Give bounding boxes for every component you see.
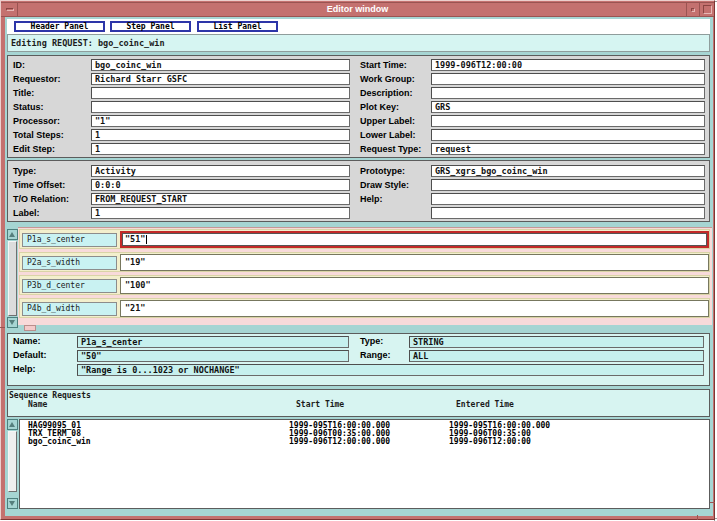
column-header-start-time: Start Time	[296, 401, 344, 409]
param-type-field[interactable]: STRING	[409, 336, 704, 348]
sequence-name: bgo_coinc_win	[28, 438, 91, 446]
scrollbar-thumb[interactable]	[8, 241, 17, 316]
field-label: Start Time:	[360, 59, 407, 71]
sequence-list-viewport: HAG99095_01 1999-095T16:00:00.000 1999-0…	[19, 419, 710, 509]
param-name-chip[interactable]: P3b_d_center	[22, 279, 117, 293]
lower-label-field[interactable]	[431, 129, 705, 141]
step-panel: Type:Activity Time Offset:0:0:0 T/O Rela…	[7, 160, 710, 222]
form-row: Type:STRING	[8, 336, 709, 348]
arrow-down-icon	[9, 501, 15, 506]
field-label: Help:	[13, 364, 36, 374]
form-row: Help:	[8, 193, 709, 205]
arrow-up-icon	[9, 422, 15, 427]
param-row: P3b_d_center "100"	[19, 275, 710, 295]
header-panel-button[interactable]: Header Panel	[14, 21, 105, 32]
param-value-field[interactable]: "100"	[120, 277, 709, 294]
field-label: Type:	[360, 336, 383, 346]
form-row: Draw Style:	[8, 179, 709, 191]
param-name-chip[interactable]: P4b_d_width	[22, 302, 117, 316]
sequence-row[interactable]: bgo_coinc_win 1999-096T12:00:00.000 1999…	[20, 438, 709, 446]
param-name-chip[interactable]: P2a_s_width	[22, 256, 117, 270]
scroll-up-arrow[interactable]	[7, 419, 18, 430]
draw-style-field[interactable]	[431, 179, 705, 191]
sequence-requests-list: HAG99095_01 1999-095T16:00:00.000 1999-0…	[6, 419, 712, 510]
sequence-entered-time: 1999-096T12:00:00	[449, 438, 531, 446]
window-title: Editor window	[1, 4, 714, 14]
sequence-start-time: 1999-096T12:00:00.000	[289, 438, 390, 446]
plot-key-field[interactable]: GRS	[431, 101, 705, 113]
arrow-up-icon	[9, 232, 15, 237]
column-header-entered-time: Entered Time	[456, 401, 514, 409]
editor-window: Editor window Header Panel Step Panel Li…	[0, 0, 715, 520]
field-label: Help:	[360, 193, 383, 205]
list-panel-button[interactable]: List Panel	[197, 21, 278, 32]
minimize-icon	[691, 8, 695, 12]
field-label: Lower Label:	[360, 129, 416, 141]
start-time-field[interactable]: 1999-096T12:00:00	[431, 59, 705, 71]
form-row	[8, 207, 709, 219]
field-label: Upper Label:	[360, 115, 415, 127]
field-label: Description:	[360, 87, 413, 99]
frame-notch-left	[0, 327, 5, 328]
param-help-field[interactable]: "Range is 0...1023 or NOCHANGE"	[77, 364, 704, 376]
minimize-button[interactable]	[686, 3, 699, 16]
maximize-icon	[703, 5, 712, 14]
parameter-info-panel: Name:P1a_s_center Default:"50" Type:STRI…	[7, 333, 710, 386]
scroll-up-arrow[interactable]	[7, 229, 18, 240]
scrollbar-thumb[interactable]	[8, 431, 17, 492]
form-row: Prototype:GRS_xgrs_bgo_coinc_win	[8, 165, 709, 177]
field-label: Prototype:	[360, 165, 405, 177]
description-field[interactable]	[431, 87, 705, 99]
param-value-field[interactable]: "21"	[120, 300, 709, 317]
form-row: Range:ALL	[8, 350, 709, 362]
text-cursor	[146, 235, 147, 244]
param-row: P2a_s_width "19"	[19, 252, 710, 272]
client-area: Header Panel Step Panel List Panel Editi…	[5, 17, 713, 516]
param-value-field[interactable]: "19"	[120, 254, 709, 271]
request-type-field[interactable]: request	[431, 143, 705, 155]
upper-label-field[interactable]	[431, 115, 705, 127]
work-group-field[interactable]	[431, 73, 705, 85]
frame-notch-bottom	[697, 515, 698, 520]
help-field[interactable]	[431, 193, 705, 205]
param-range-field[interactable]: ALL	[409, 350, 704, 362]
sequence-requests-title: Sequence Requests	[9, 392, 91, 400]
param-name-chip[interactable]: P1a_s_center	[22, 233, 117, 247]
field-label: Draw Style:	[360, 179, 409, 191]
field-label: Request Type:	[360, 143, 421, 155]
form-row: Upper Label:	[8, 115, 709, 127]
param-row: P1a_s_center "51"	[19, 229, 710, 249]
column-header-name: Name	[28, 401, 47, 409]
sequence-list-scrollbar[interactable]	[7, 419, 18, 510]
form-row: Lower Label:	[8, 129, 709, 141]
field-label: Plot Key:	[360, 101, 399, 113]
request-header-panel: ID:bgo_coinc_win Requestor:Richard Starr…	[7, 55, 710, 158]
parameters-scrollbar[interactable]	[7, 229, 18, 330]
form-row: Request Type:request	[8, 143, 709, 155]
field-label: Range:	[360, 350, 391, 360]
form-row: Start Time:1999-096T12:00:00	[8, 59, 709, 71]
horizontal-scrollbar-thumb[interactable]	[24, 325, 36, 331]
param-value-text: "51"	[125, 234, 145, 244]
editing-status-bar: Editing REQUEST: bgo_coinc_win	[7, 34, 710, 52]
scroll-down-arrow[interactable]	[7, 498, 18, 509]
parameters-section: P1a_s_center "51" P2a_s_width "19" P3b_d…	[6, 227, 712, 332]
param-value-field[interactable]: "51"	[120, 231, 709, 248]
frame-notch-right	[710, 502, 715, 503]
maximize-button[interactable]	[699, 3, 715, 16]
extra-field[interactable]	[431, 207, 705, 219]
sequence-requests-header: Sequence Requests Name Start Time Entere…	[7, 389, 710, 417]
panel-toolbar: Header Panel Step Panel List Panel	[7, 19, 710, 34]
param-row: P4b_d_width "21"	[19, 298, 710, 318]
prototype-field[interactable]: GRS_xgrs_bgo_coinc_win	[431, 165, 705, 177]
scroll-down-arrow[interactable]	[7, 317, 18, 328]
title-bar[interactable]: Editor window	[1, 2, 714, 17]
step-panel-button[interactable]: Step Panel	[110, 21, 191, 32]
form-row: Work Group:	[8, 73, 709, 85]
desktop-background: { "window": { "title": "Editor window" }…	[0, 0, 717, 521]
form-row: Plot Key:GRS	[8, 101, 709, 113]
field-label: Work Group:	[360, 73, 415, 85]
form-row: Help:"Range is 0...1023 or NOCHANGE"	[8, 364, 709, 376]
form-row: Description:	[8, 87, 709, 99]
arrow-down-icon	[9, 320, 15, 325]
